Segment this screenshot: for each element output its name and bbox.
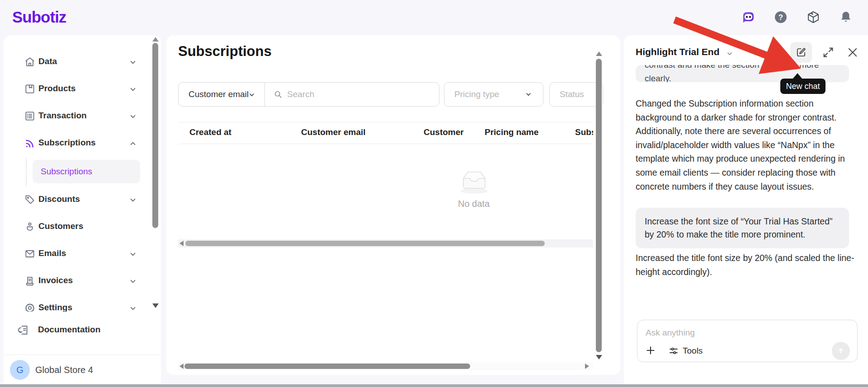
page-horizontal-scrollbar-thumb[interactable] xyxy=(184,364,470,369)
scroll-right-arrow[interactable] xyxy=(585,364,589,369)
sidebar-item-label: Documentation xyxy=(38,325,100,335)
package-box-icon[interactable] xyxy=(806,9,821,25)
scroll-down-arrow[interactable] xyxy=(596,355,602,359)
scroll-left-arrow[interactable] xyxy=(179,241,184,246)
chat-composer: Tools xyxy=(637,320,858,362)
assistant-message: Changed the Subscription information sec… xyxy=(636,97,855,193)
sidebar-item-label: Data xyxy=(38,56,57,66)
filter-divider xyxy=(264,83,265,106)
chevron-down-icon xyxy=(129,196,137,204)
tools-button[interactable]: Tools xyxy=(668,345,703,357)
sidebar-scroll-down-arrow[interactable] xyxy=(152,303,159,308)
chevron-down-icon xyxy=(525,91,532,98)
chevron-down-icon xyxy=(129,85,137,93)
notifications-bell-icon[interactable] xyxy=(838,9,854,25)
page-vertical-scrollbar-thumb[interactable] xyxy=(596,59,602,352)
brand-logo[interactable]: Subotiz xyxy=(12,8,66,26)
store-avatar: G xyxy=(10,360,30,380)
column-header-customer[interactable]: Customer xyxy=(424,127,464,137)
discount-tag-icon xyxy=(24,194,36,205)
tools-label: Tools xyxy=(683,346,703,356)
assistant-followup-message: Increased the title font size by 20% (an… xyxy=(636,251,860,279)
customers-person-icon xyxy=(24,221,36,233)
table-horizontal-scrollbar-thumb[interactable] xyxy=(185,241,545,246)
sidebar-item-transaction[interactable]: Transaction xyxy=(4,105,153,127)
attach-plus-icon[interactable] xyxy=(645,345,656,356)
table-header-border xyxy=(178,144,593,144)
status-select[interactable]: Status xyxy=(549,82,603,107)
chevron-down-icon[interactable] xyxy=(726,50,733,57)
sidebar-scroll-up-arrow[interactable] xyxy=(152,37,159,42)
empty-inbox-icon xyxy=(458,168,491,196)
close-panel-icon[interactable] xyxy=(846,46,859,59)
ai-chat-panel: Highlight Trial End contrast and make th… xyxy=(624,35,868,387)
search-field-selector[interactable]: Customer email xyxy=(179,83,264,106)
chevron-down-icon xyxy=(129,304,137,312)
sidebar-item-documentation[interactable]: Documentation xyxy=(4,319,161,341)
sidebar: Data Products Transaction xyxy=(4,35,161,383)
scroll-left-arrow[interactable] xyxy=(179,364,184,369)
user-message-bubble: Increase the font size of “Your Trial Ha… xyxy=(636,208,849,248)
column-header-created-at[interactable]: Created at xyxy=(189,127,231,137)
scroll-up-arrow[interactable] xyxy=(596,51,602,56)
sidebar-item-label: Invoices xyxy=(38,275,73,285)
home-icon xyxy=(24,56,36,68)
sidebar-subitem-label: Subscriptions xyxy=(41,167,92,177)
settings-gear-icon xyxy=(24,302,36,312)
transaction-list-icon xyxy=(24,110,36,122)
sidebar-item-label: Transaction xyxy=(38,111,87,121)
emails-envelope-icon xyxy=(24,248,36,260)
app-window: Subotiz ? xyxy=(0,0,868,387)
svg-text:?: ? xyxy=(778,13,783,22)
chat-title[interactable]: Highlight Trial End xyxy=(636,47,720,57)
new-chat-button[interactable] xyxy=(790,42,812,63)
sidebar-item-customers[interactable]: Customers xyxy=(4,215,153,238)
sidebar-item-settings[interactable]: Settings xyxy=(4,297,153,312)
sidebar-item-discounts[interactable]: Discounts xyxy=(4,188,153,211)
sidebar-item-invoices[interactable]: Invoices xyxy=(4,270,153,292)
send-button[interactable] xyxy=(832,342,850,360)
sidebar-nav-scroll-area: Data Products Transaction xyxy=(4,35,161,312)
sidebar-subitem-subscriptions-active[interactable]: Subscriptions xyxy=(33,160,140,183)
page-title: Subscriptions xyxy=(178,43,272,60)
chevron-down-icon xyxy=(129,250,137,258)
column-header-subscription[interactable]: Subsc xyxy=(575,127,593,137)
sidebar-item-label: Emails xyxy=(38,248,66,258)
chevron-down-icon xyxy=(129,58,137,66)
subscriptions-rss-icon xyxy=(24,137,36,149)
sidebar-item-emails[interactable]: Emails xyxy=(4,242,153,265)
empty-state-label: No data xyxy=(438,199,510,209)
sidebar-scrollbar-thumb[interactable] xyxy=(152,43,158,228)
search-input[interactable] xyxy=(286,83,433,106)
search-field-selector-value: Customer email xyxy=(189,89,249,99)
sidebar-item-label: Subscriptions xyxy=(38,138,96,148)
subscriptions-page: Subscriptions Customer email Pricing typ… xyxy=(166,35,620,375)
assistant-bot-icon[interactable] xyxy=(741,9,756,25)
status-placeholder: Status xyxy=(560,89,584,99)
send-up-arrow-icon xyxy=(836,346,846,356)
sidebar-item-products[interactable]: Products xyxy=(4,78,153,100)
chevron-down-icon xyxy=(129,277,137,285)
sidebar-item-label: Discounts xyxy=(38,194,80,204)
sidebar-item-label: Products xyxy=(38,84,75,93)
store-switcher[interactable]: G Global Store 4 xyxy=(4,357,161,384)
product-box-icon xyxy=(24,83,36,95)
column-header-customer-email[interactable]: Customer email xyxy=(301,127,366,137)
chevron-down-icon xyxy=(248,91,255,98)
expand-panel-icon[interactable] xyxy=(822,46,835,59)
sidebar-item-data[interactable]: Data xyxy=(4,51,153,73)
chevron-down-icon xyxy=(129,112,137,121)
nav-subtree-guide xyxy=(26,158,27,186)
documentation-icon xyxy=(17,324,30,336)
column-header-pricing-name[interactable]: Pricing name xyxy=(485,127,538,137)
sidebar-item-label: Settings xyxy=(38,303,72,312)
store-name: Global Store 4 xyxy=(35,365,93,375)
pricing-type-select[interactable]: Pricing type xyxy=(444,82,543,107)
help-icon[interactable]: ? xyxy=(773,9,788,25)
chat-input[interactable] xyxy=(645,326,845,340)
invoices-receipt-icon xyxy=(24,275,36,287)
sidebar-footer-divider xyxy=(4,354,161,355)
sidebar-item-subscriptions[interactable]: Subscriptions xyxy=(4,132,153,154)
table-header-border xyxy=(178,122,593,122)
search-filter-group: Customer email xyxy=(178,82,439,107)
